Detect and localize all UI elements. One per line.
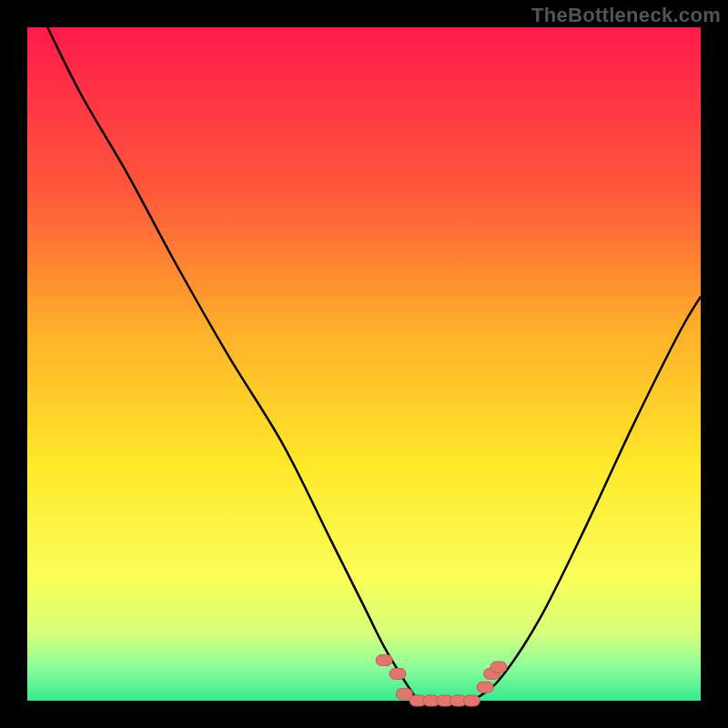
marker-dot [376, 655, 392, 666]
marker-dot [463, 695, 480, 706]
gradient-panel [27, 27, 701, 701]
marker-dot [490, 662, 507, 672]
marker-dot [389, 668, 406, 679]
marker-dot [477, 682, 493, 693]
chart-frame: TheBottleneck.com [0, 0, 728, 728]
bottleneck-chart [0, 0, 728, 728]
watermark-text: TheBottleneck.com [531, 4, 721, 27]
